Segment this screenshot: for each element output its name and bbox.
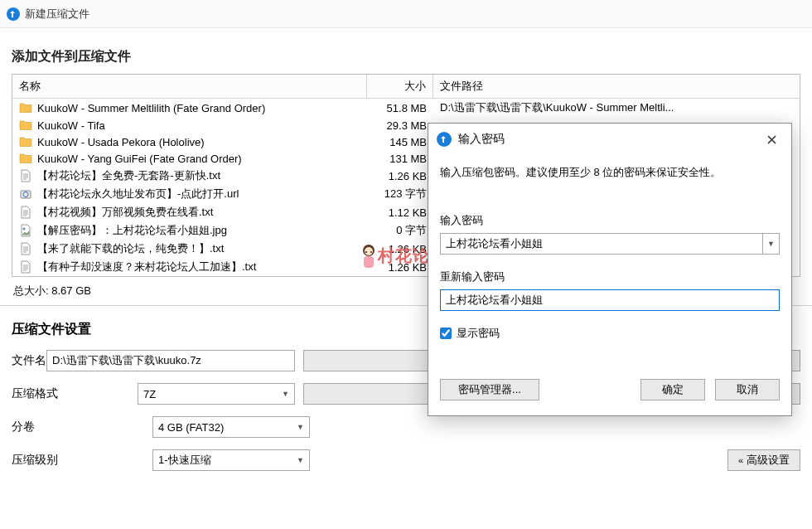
file-name: KuukoW - Yang GuiFei (Fate Grand Order) <box>37 153 242 165</box>
total-value: 8.67 GB <box>51 284 91 297</box>
file-name: 【村花论坛】全免费-无套路-更新快.txt <box>37 168 220 183</box>
volume-label: 分卷 <box>12 420 152 434</box>
file-name: 【有种子却没速度？来村花论坛人工加速】.txt <box>37 260 256 274</box>
folder-icon <box>19 152 32 165</box>
file-size: 145 MB <box>367 134 433 150</box>
confirm-password-input[interactable] <box>440 289 780 311</box>
volume-select[interactable]: 4 GB (FAT32) ▼ <box>152 416 310 438</box>
password-input[interactable] <box>441 234 762 254</box>
file-size: 29.3 MB <box>367 118 433 133</box>
file-size: 0 字节 <box>367 221 433 240</box>
file-name: 【来了就能下载的论坛，纯免费！】.txt <box>37 241 224 256</box>
password-label: 输入密码 <box>440 213 780 233</box>
file-size: 1.26 KB <box>367 241 433 257</box>
col-name[interactable]: 名称 <box>12 75 367 98</box>
chevron-down-icon: ▼ <box>297 423 304 431</box>
password-input-wrap: ▼ <box>440 233 780 255</box>
table-header: 名称 大小 文件路径 <box>12 75 800 99</box>
format-value: 7Z <box>143 388 156 400</box>
format-label: 压缩格式 <box>12 386 138 401</box>
app-icon <box>437 132 452 147</box>
file-name: 【村花视频】万部视频免费在线看.txt <box>37 205 213 220</box>
chevron-down-icon[interactable]: ▼ <box>762 234 779 254</box>
file-size: 1.12 KB <box>367 205 433 221</box>
txt-icon <box>19 242 32 255</box>
app-icon <box>7 7 20 21</box>
filename-label: 文件名 <box>12 353 46 368</box>
file-path: D:\迅雷下载\迅雷下载\KuukoW - Summer Meltli... <box>433 99 800 117</box>
url-icon <box>19 187 32 201</box>
dialog-title: 输入密码 <box>458 132 760 147</box>
advanced-label: 高级设置 <box>747 453 790 468</box>
chevron-down-icon: ▼ <box>282 390 289 398</box>
window-title: 新建压缩文件 <box>25 7 89 22</box>
folder-icon <box>19 135 32 148</box>
volume-value: 4 GB (FAT32) <box>158 421 224 434</box>
file-name: KuukoW - Tifa <box>37 119 105 132</box>
dialog-titlebar[interactable]: 输入密码 <box>428 124 791 155</box>
txt-icon <box>19 260 32 274</box>
confirm-password-label: 重新输入密码 <box>440 255 780 289</box>
folder-icon <box>19 101 32 114</box>
cancel-button[interactable]: 取消 <box>715 379 780 400</box>
col-path[interactable]: 文件路径 <box>433 75 800 98</box>
file-size: 123 字节 <box>367 185 433 203</box>
section-add-files: 添加文件到压缩文件 <box>12 36 800 74</box>
file-size: 51.8 MB <box>367 100 433 116</box>
show-password-label: 显示密码 <box>457 326 500 341</box>
close-button[interactable] <box>760 129 783 149</box>
level-select[interactable]: 1-快速压缩 ▼ <box>152 449 310 471</box>
svg-point-2 <box>23 228 25 230</box>
advanced-settings-button[interactable]: « 高级设置 <box>727 449 800 471</box>
close-icon <box>767 135 776 144</box>
file-size: 131 MB <box>367 151 433 167</box>
total-label: 总大小: <box>13 284 49 297</box>
show-password-input[interactable] <box>440 328 452 339</box>
file-name: 【村花论坛永久地址发布页】-点此打开.url <box>37 187 239 201</box>
file-name: 【解压密码】：上村花论坛看小姐姐.jpg <box>37 223 227 238</box>
file-size: 1.26 KB <box>367 168 433 184</box>
txt-icon <box>19 206 32 219</box>
dialog-description: 输入压缩包密码。建议使用至少 8 位的密码来保证安全性。 <box>440 162 780 213</box>
level-value: 1-快速压缩 <box>158 453 211 468</box>
password-dialog: 输入密码 输入压缩包密码。建议使用至少 8 位的密码来保证安全性。 输入密码 ▼… <box>428 123 792 416</box>
file-name: KuukoW - Usada Pekora (Hololive) <box>37 136 205 148</box>
table-row[interactable]: KuukoW - Summer Meltlilith (Fate Grand O… <box>12 99 800 117</box>
title-bar: 新建压缩文件 <box>0 0 812 28</box>
txt-icon <box>19 169 32 182</box>
col-size[interactable]: 大小 <box>367 75 433 98</box>
folder-icon <box>19 119 32 132</box>
level-label: 压缩级别 <box>12 453 152 468</box>
chevron-down-icon: ▼ <box>297 456 304 464</box>
show-password-checkbox[interactable]: 显示密码 <box>440 311 780 346</box>
format-select[interactable]: 7Z ▼ <box>138 383 295 405</box>
file-name: KuukoW - Summer Meltlilith (Fate Grand O… <box>37 102 265 114</box>
filename-input[interactable] <box>46 350 295 371</box>
ok-button[interactable]: 确定 <box>640 379 705 400</box>
file-size: 1.26 KB <box>367 260 433 275</box>
password-manager-button[interactable]: 密码管理器... <box>440 379 539 400</box>
arrow-left-icon: « <box>738 455 743 465</box>
jpg-icon <box>19 224 32 237</box>
